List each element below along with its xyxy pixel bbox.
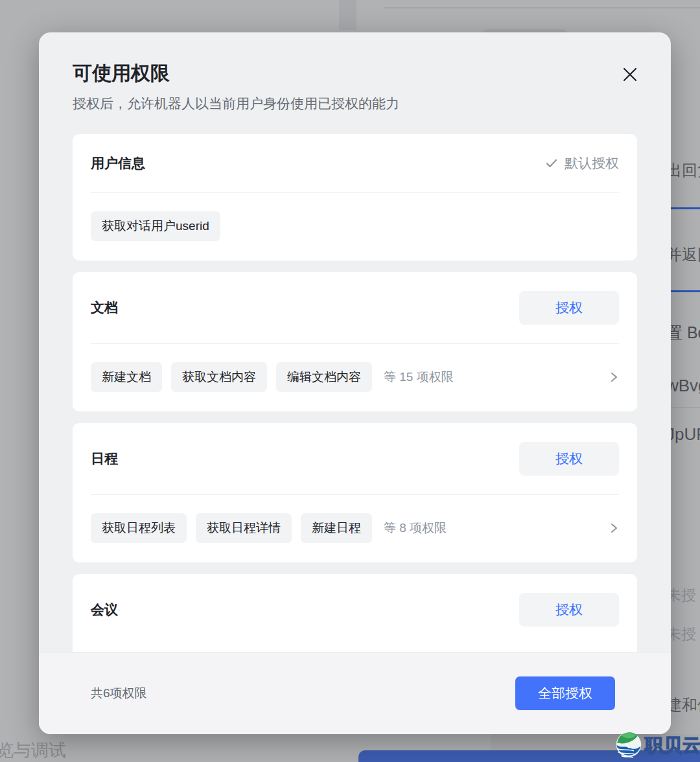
default-granted-status: 默认授权 [544, 154, 619, 172]
default-granted-label: 默认授权 [565, 154, 619, 172]
close-button[interactable] [618, 62, 642, 87]
permission-tag-row: 获取对话用户userid [91, 192, 619, 260]
background-bottom-left-text: 览与调试 [0, 739, 66, 762]
more-permissions-label: 等 8 项权限 [384, 520, 447, 537]
permission-tag: 获取日程详情 [196, 513, 292, 543]
permission-tag: 获取文档内容 [171, 362, 267, 392]
section-title: 文档 [91, 299, 118, 317]
card-header: 会议授权 [91, 574, 619, 645]
permission-tag-row: 新建文档获取文档内容编辑文档内容等 15 项权限 [91, 343, 619, 411]
card-header: 用户信息默认授权 [91, 134, 619, 192]
background-panel-divider [339, 0, 356, 30]
permission-tag: 新建日程 [301, 513, 372, 543]
dialog-subtitle: 授权后，允许机器人以当前用户身份使用已授权的能力 [73, 94, 637, 113]
card-header: 日程授权 [91, 423, 619, 494]
permission-tag-row: 获取日程列表获取日程详情新建日程等 8 项权限 [91, 494, 619, 562]
expand-permissions-chevron[interactable] [609, 370, 619, 384]
permission-card: 文档授权新建文档获取文档内容编辑文档内容等 15 项权限 [73, 272, 637, 411]
chevron-right-icon [609, 521, 619, 535]
check-icon [544, 156, 559, 170]
background-row-divider [668, 407, 700, 408]
permission-sections: 用户信息默认授权获取对话用户userid文档授权新建文档获取文档内容编辑文档内容… [73, 134, 637, 652]
permission-tag: 获取对话用户userid [91, 211, 220, 241]
background-rule-line [384, 7, 700, 8]
grant-all-button[interactable]: 全部授权 [515, 676, 615, 710]
background-text-fragment: wBvg [666, 376, 700, 396]
permission-tag: 编辑文档内容 [276, 362, 372, 392]
permission-tag: 新建文档 [91, 362, 162, 392]
watermark-globe-icon [614, 730, 643, 760]
permission-card: 用户信息默认授权获取对话用户userid [73, 134, 637, 260]
permissions-dialog: 可使用权限 授权后，允许机器人以当前用户身份使用已授权的能力 用户信息默认授权获… [39, 32, 671, 734]
close-icon [620, 65, 640, 84]
dialog-title: 可使用权限 [73, 61, 170, 86]
background-text-fragment: 出回复 [666, 160, 700, 181]
background-text-fragment: 建和使 [666, 695, 700, 715]
expand-permissions-chevron[interactable] [609, 521, 619, 535]
grant-button[interactable]: 授权 [519, 593, 619, 627]
dialog-footer: 共6项权限 全部授权 [39, 652, 671, 734]
permission-count-label: 共6项权限 [91, 685, 147, 702]
section-title: 日程 [91, 450, 118, 468]
grant-button[interactable]: 授权 [519, 291, 619, 325]
permission-tag: 获取日程列表 [91, 513, 187, 543]
background-text-fragment: 并返回 [666, 244, 700, 265]
watermark: 职贝云数 [614, 730, 700, 760]
permission-card: 日程授权获取日程列表获取日程详情新建日程等 8 项权限 [73, 423, 637, 562]
background-text-fragment: JpUP [666, 424, 700, 444]
section-title: 用户信息 [91, 154, 145, 172]
background-text-fragment: 置 Bo [666, 322, 700, 343]
more-permissions-label: 等 15 项权限 [384, 369, 454, 386]
chevron-right-icon [609, 370, 619, 384]
card-header: 文档授权 [91, 272, 619, 343]
watermark-text: 职贝云数 [645, 733, 700, 757]
grant-button[interactable]: 授权 [519, 442, 619, 476]
permission-card: 会议授权 [73, 574, 637, 652]
section-title: 会议 [91, 601, 118, 619]
